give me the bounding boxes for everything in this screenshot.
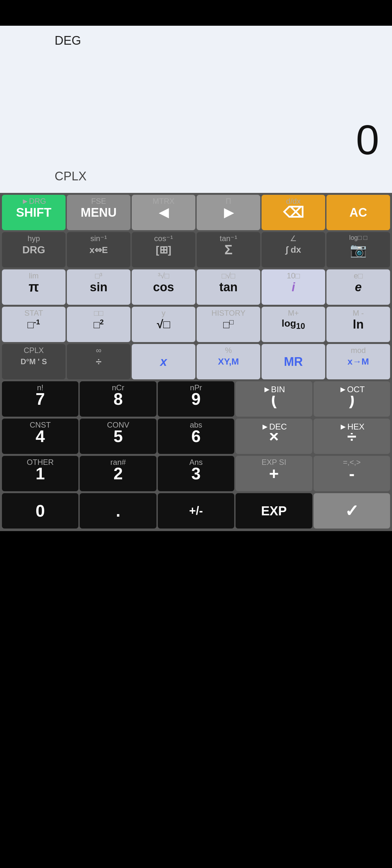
right-button[interactable]: Π ▶ bbox=[197, 195, 260, 230]
delete-button[interactable]: d/dx ⌫ bbox=[262, 195, 325, 230]
cube-sublabel: □³ bbox=[67, 271, 130, 280]
zero-button[interactable]: 0 bbox=[2, 493, 78, 528]
tan-button[interactable]: □√□ tan bbox=[197, 270, 260, 305]
plusminus-button[interactable]: +/- bbox=[158, 493, 234, 528]
matrix-button[interactable]: cos⁻¹ [⊞] bbox=[132, 232, 195, 268]
enter-button[interactable]: ✓ bbox=[314, 493, 390, 528]
keyboard-row-3: lim π □³ sin ³√□ cos □√□ tan 10□ i e□ e bbox=[1, 269, 391, 305]
two-button[interactable]: ran# 2 bbox=[80, 456, 156, 491]
inf-sublabel: ∞ bbox=[67, 346, 130, 355]
drg-sublabel: ►DRG bbox=[2, 197, 66, 206]
xym-button[interactable]: % XY,M bbox=[197, 344, 260, 379]
x-button[interactable]: x bbox=[132, 344, 195, 379]
cbrt-sublabel: ³√□ bbox=[132, 271, 195, 280]
conv-sublabel: CONV bbox=[80, 421, 156, 430]
dms-button[interactable]: CPLX D°M ' S bbox=[2, 344, 66, 379]
three-button[interactable]: Ans 3 bbox=[158, 456, 234, 491]
plus-button[interactable]: EXP SI + bbox=[235, 456, 312, 491]
mminus-sublabel: M - bbox=[326, 309, 390, 318]
divide-button[interactable]: ►HEX ÷ bbox=[314, 418, 390, 454]
nroot-sublabel: □√□ bbox=[197, 271, 260, 280]
display-area: DEG 0 CPLX bbox=[0, 26, 392, 193]
tooct-sublabel: ►OCT bbox=[314, 383, 390, 396]
compare-sublabel: =,<,> bbox=[314, 458, 390, 467]
sqrt-button[interactable]: y √□ bbox=[132, 307, 195, 342]
cnst-sublabel: CNST bbox=[2, 421, 78, 430]
ran-sublabel: ran# bbox=[80, 458, 156, 467]
tenpow-sublabel: 10□ bbox=[262, 271, 325, 280]
lim-sublabel: lim bbox=[2, 271, 66, 280]
pi-button[interactable]: lim π bbox=[2, 270, 66, 305]
keyboard-row-8: OTHER 1 ran# 2 Ans 3 EXP SI + =,<,> - bbox=[1, 455, 391, 492]
angle-sublabel: ∠ bbox=[262, 234, 325, 243]
rparen-button[interactable]: ►OCT ) bbox=[314, 381, 390, 416]
main-display: 0 bbox=[356, 116, 379, 164]
exp-button[interactable]: EXP bbox=[235, 493, 312, 528]
cos-button[interactable]: ³√□ cos bbox=[132, 270, 195, 305]
pow-button[interactable]: HISTORY □□ bbox=[197, 307, 260, 342]
dot-button[interactable]: . bbox=[80, 493, 156, 528]
tohex-sublabel: ►HEX bbox=[314, 421, 390, 433]
log10-button[interactable]: M+ log10 bbox=[262, 307, 325, 342]
mtrx-sublabel: MTRX bbox=[132, 197, 195, 206]
npr-sublabel: nPr bbox=[158, 383, 234, 392]
nfact-sublabel: n! bbox=[2, 383, 78, 392]
integral-button[interactable]: ∠ ∫ dx bbox=[262, 232, 325, 268]
minus-button[interactable]: =,<,> - bbox=[314, 456, 390, 491]
xm-button[interactable]: mod x→M bbox=[326, 344, 390, 379]
sin-button[interactable]: □³ sin bbox=[67, 270, 130, 305]
keyboard-row-5: CPLX D°M ' S ∞ ÷ x % XY,M MR mod x→M bbox=[1, 343, 391, 380]
ln-button[interactable]: M - ln bbox=[326, 307, 390, 342]
ncr-sublabel: nCr bbox=[80, 383, 156, 392]
keyboard: ►DRG SHIFT FSE MENU MTRX ◀ Π ▶ d/dx ⌫ AC… bbox=[0, 193, 392, 531]
one-button[interactable]: OTHER 1 bbox=[2, 456, 78, 491]
seven-button[interactable]: n! 7 bbox=[2, 381, 78, 416]
nine-button[interactable]: nPr 9 bbox=[158, 381, 234, 416]
keyboard-row-1: ►DRG SHIFT FSE MENU MTRX ◀ Π ▶ d/dx ⌫ AC bbox=[1, 194, 391, 231]
multiply-button[interactable]: ►DEC × bbox=[235, 418, 312, 454]
sigma-button[interactable]: tan⁻¹ Σ bbox=[197, 232, 260, 268]
mplus-sublabel: M+ bbox=[262, 309, 325, 318]
e-button[interactable]: e□ e bbox=[326, 270, 390, 305]
drg-button[interactable]: hyp DRG bbox=[2, 232, 66, 268]
keyboard-row-2: hyp DRG sin⁻¹ x⇔E cos⁻¹ [⊞] tan⁻¹ Σ ∠ ∫ … bbox=[1, 231, 391, 268]
ddx-sublabel: d/dx bbox=[262, 197, 325, 206]
i-button[interactable]: 10□ i bbox=[262, 270, 325, 305]
keyboard-row-9: 0 . +/- EXP ✓ bbox=[1, 493, 391, 529]
keyboard-row-4: STAT □-1 □□ □2 y √□ HISTORY □□ M+ log10 … bbox=[1, 306, 391, 343]
menu-button[interactable]: FSE MENU bbox=[67, 195, 130, 230]
fse-sublabel: FSE bbox=[67, 197, 130, 206]
percent-sublabel: % bbox=[197, 346, 260, 355]
logb-sublabel: log□ □ bbox=[326, 234, 390, 242]
stat-sublabel: STAT bbox=[2, 309, 66, 318]
five-button[interactable]: CONV 5 bbox=[80, 418, 156, 454]
ans-sublabel: Ans bbox=[158, 458, 234, 467]
sininv-sublabel: sin⁻¹ bbox=[67, 234, 130, 243]
pi-sublabel: Π bbox=[197, 197, 260, 206]
cplx-sublabel: CPLX bbox=[2, 346, 66, 355]
four-button[interactable]: CNST 4 bbox=[2, 418, 78, 454]
frac-sublabel: □□ bbox=[67, 309, 130, 318]
todec-sublabel: ►DEC bbox=[235, 421, 312, 433]
frac-button[interactable]: ∞ ÷ bbox=[67, 344, 130, 379]
camera-button[interactable]: log□ □ 📷 bbox=[326, 232, 390, 268]
other-sublabel: OTHER bbox=[2, 458, 78, 467]
deg-label: DEG bbox=[55, 34, 81, 48]
ac-button[interactable]: AC bbox=[326, 195, 390, 230]
keyboard-row-6: n! 7 nCr 8 nPr 9 ►BIN ( ►OCT ) bbox=[1, 381, 391, 417]
xe-button[interactable]: sin⁻¹ x⇔E bbox=[67, 232, 130, 268]
hyp-sublabel: hyp bbox=[2, 234, 66, 243]
taninv-sublabel: tan⁻¹ bbox=[197, 234, 260, 243]
tobin-sublabel: ►BIN bbox=[235, 383, 312, 396]
keyboard-row-7: CNST 4 CONV 5 abs 6 ►DEC × ►HEX ÷ bbox=[1, 418, 391, 455]
eight-button[interactable]: nCr 8 bbox=[80, 381, 156, 416]
square-button[interactable]: □□ □2 bbox=[67, 307, 130, 342]
mod-sublabel: mod bbox=[326, 346, 390, 355]
shift-button[interactable]: ►DRG SHIFT bbox=[2, 195, 66, 230]
six-button[interactable]: abs 6 bbox=[158, 418, 234, 454]
mr-button[interactable]: MR bbox=[262, 344, 325, 379]
left-button[interactable]: MTRX ◀ bbox=[132, 195, 195, 230]
lparen-button[interactable]: ►BIN ( bbox=[235, 381, 312, 416]
inv-button[interactable]: STAT □-1 bbox=[2, 307, 66, 342]
y-sublabel: y bbox=[132, 309, 195, 318]
